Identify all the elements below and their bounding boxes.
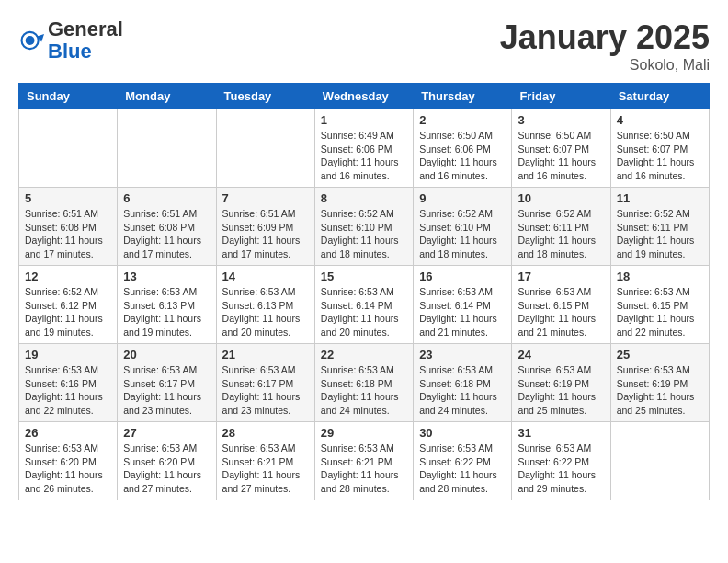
calendar-cell: 20Sunrise: 6:53 AM Sunset: 6:17 PM Dayli… [118, 344, 216, 422]
day-info: Sunrise: 6:53 AM Sunset: 6:21 PM Dayligh… [321, 442, 407, 496]
calendar-cell: 25Sunrise: 6:53 AM Sunset: 6:19 PM Dayli… [610, 344, 709, 422]
day-info: Sunrise: 6:53 AM Sunset: 6:17 PM Dayligh… [222, 363, 309, 418]
day-info: Sunrise: 6:53 AM Sunset: 6:21 PM Dayligh… [222, 442, 309, 496]
day-number: 3 [518, 113, 604, 127]
day-number: 8 [321, 191, 407, 205]
calendar-cell: 18Sunrise: 6:53 AM Sunset: 6:15 PM Dayli… [610, 266, 709, 344]
day-info: Sunrise: 6:51 AM Sunset: 6:08 PM Dayligh… [25, 207, 111, 261]
calendar-cell [216, 109, 314, 188]
calendar-cell: 1Sunrise: 6:49 AM Sunset: 6:06 PM Daylig… [314, 109, 413, 188]
day-info: Sunrise: 6:53 AM Sunset: 6:19 PM Dayligh… [617, 363, 703, 418]
day-info: Sunrise: 6:53 AM Sunset: 6:19 PM Dayligh… [518, 363, 604, 418]
weekday-header: Wednesday [314, 84, 413, 109]
weekday-header: Thursday [414, 84, 512, 109]
day-info: Sunrise: 6:53 AM Sunset: 6:22 PM Dayligh… [419, 442, 506, 496]
day-number: 4 [617, 113, 703, 127]
day-number: 22 [321, 348, 407, 362]
calendar-cell: 28Sunrise: 6:53 AM Sunset: 6:21 PM Dayli… [216, 422, 314, 500]
calendar-cell: 8Sunrise: 6:52 AM Sunset: 6:10 PM Daylig… [314, 188, 413, 266]
calendar-cell: 23Sunrise: 6:53 AM Sunset: 6:18 PM Dayli… [414, 344, 512, 422]
calendar-cell: 13Sunrise: 6:53 AM Sunset: 6:13 PM Dayli… [118, 266, 216, 344]
day-info: Sunrise: 6:53 AM Sunset: 6:18 PM Dayligh… [321, 363, 407, 418]
calendar-cell: 2Sunrise: 6:50 AM Sunset: 6:06 PM Daylig… [414, 109, 512, 188]
calendar-cell: 17Sunrise: 6:53 AM Sunset: 6:15 PM Dayli… [512, 266, 610, 344]
title-area: January 2025 Sokolo, Mali [500, 18, 710, 74]
day-info: Sunrise: 6:53 AM Sunset: 6:20 PM Dayligh… [123, 442, 210, 496]
day-number: 17 [518, 270, 604, 283]
day-number: 12 [25, 270, 111, 283]
day-info: Sunrise: 6:53 AM Sunset: 6:18 PM Dayligh… [419, 363, 506, 418]
day-number: 2 [419, 113, 506, 127]
day-info: Sunrise: 6:52 AM Sunset: 6:12 PM Dayligh… [25, 285, 111, 339]
calendar-cell: 30Sunrise: 6:53 AM Sunset: 6:22 PM Dayli… [414, 422, 512, 500]
day-number: 7 [222, 191, 309, 205]
calendar-cell: 16Sunrise: 6:53 AM Sunset: 6:14 PM Dayli… [414, 266, 512, 344]
calendar-cell: 26Sunrise: 6:53 AM Sunset: 6:20 PM Dayli… [19, 422, 118, 500]
day-info: Sunrise: 6:50 AM Sunset: 6:07 PM Dayligh… [617, 129, 703, 183]
day-number: 10 [518, 191, 604, 205]
day-number: 11 [617, 191, 703, 205]
calendar-cell: 15Sunrise: 6:53 AM Sunset: 6:14 PM Dayli… [314, 266, 413, 344]
day-number: 28 [222, 426, 309, 440]
logo-icon [18, 28, 44, 53]
day-info: Sunrise: 6:49 AM Sunset: 6:06 PM Dayligh… [321, 129, 407, 183]
day-number: 26 [25, 426, 111, 440]
weekday-header: Monday [118, 84, 216, 109]
day-info: Sunrise: 6:52 AM Sunset: 6:11 PM Dayligh… [617, 207, 703, 261]
day-number: 19 [25, 348, 111, 362]
day-info: Sunrise: 6:52 AM Sunset: 6:10 PM Dayligh… [321, 207, 407, 261]
calendar-table: SundayMondayTuesdayWednesdayThursdayFrid… [18, 83, 710, 500]
svg-point-1 [26, 36, 35, 45]
calendar-cell: 10Sunrise: 6:52 AM Sunset: 6:11 PM Dayli… [512, 188, 610, 266]
calendar-cell [118, 109, 216, 188]
calendar-week: 19Sunrise: 6:53 AM Sunset: 6:16 PM Dayli… [19, 344, 710, 422]
calendar-cell: 5Sunrise: 6:51 AM Sunset: 6:08 PM Daylig… [19, 188, 118, 266]
calendar-cell: 21Sunrise: 6:53 AM Sunset: 6:17 PM Dayli… [216, 344, 314, 422]
day-info: Sunrise: 6:51 AM Sunset: 6:08 PM Dayligh… [123, 207, 210, 261]
calendar-cell: 14Sunrise: 6:53 AM Sunset: 6:13 PM Dayli… [216, 266, 314, 344]
calendar-cell: 22Sunrise: 6:53 AM Sunset: 6:18 PM Dayli… [314, 344, 413, 422]
day-info: Sunrise: 6:53 AM Sunset: 6:22 PM Dayligh… [518, 442, 604, 496]
day-info: Sunrise: 6:50 AM Sunset: 6:07 PM Dayligh… [518, 129, 604, 183]
day-info: Sunrise: 6:51 AM Sunset: 6:09 PM Dayligh… [222, 207, 309, 261]
calendar-cell: 4Sunrise: 6:50 AM Sunset: 6:07 PM Daylig… [610, 109, 709, 188]
calendar-cell [19, 109, 118, 188]
calendar-cell: 19Sunrise: 6:53 AM Sunset: 6:16 PM Dayli… [19, 344, 118, 422]
calendar-cell [610, 422, 709, 500]
day-number: 16 [419, 270, 506, 283]
calendar-cell: 9Sunrise: 6:52 AM Sunset: 6:10 PM Daylig… [414, 188, 512, 266]
calendar-cell: 24Sunrise: 6:53 AM Sunset: 6:19 PM Dayli… [512, 344, 610, 422]
calendar-cell: 27Sunrise: 6:53 AM Sunset: 6:20 PM Dayli… [118, 422, 216, 500]
day-info: Sunrise: 6:53 AM Sunset: 6:15 PM Dayligh… [617, 285, 703, 339]
calendar-week: 12Sunrise: 6:52 AM Sunset: 6:12 PM Dayli… [19, 266, 710, 344]
logo-blue-text: Blue [48, 40, 92, 63]
day-info: Sunrise: 6:53 AM Sunset: 6:13 PM Dayligh… [222, 285, 309, 339]
calendar-week: 26Sunrise: 6:53 AM Sunset: 6:20 PM Dayli… [19, 422, 710, 500]
day-info: Sunrise: 6:53 AM Sunset: 6:16 PM Dayligh… [25, 363, 111, 418]
calendar-cell: 3Sunrise: 6:50 AM Sunset: 6:07 PM Daylig… [512, 109, 610, 188]
day-info: Sunrise: 6:52 AM Sunset: 6:11 PM Dayligh… [518, 207, 604, 261]
day-number: 13 [123, 270, 210, 283]
day-info: Sunrise: 6:53 AM Sunset: 6:17 PM Dayligh… [123, 363, 210, 418]
calendar-cell: 11Sunrise: 6:52 AM Sunset: 6:11 PM Dayli… [610, 188, 709, 266]
weekday-header: Saturday [610, 84, 709, 109]
page-header: General Blue January 2025 Sokolo, Mali [18, 18, 710, 74]
day-info: Sunrise: 6:50 AM Sunset: 6:06 PM Dayligh… [419, 129, 506, 183]
day-number: 20 [123, 348, 210, 362]
day-info: Sunrise: 6:53 AM Sunset: 6:20 PM Dayligh… [25, 442, 111, 496]
weekday-header: Friday [512, 84, 610, 109]
day-info: Sunrise: 6:52 AM Sunset: 6:10 PM Dayligh… [419, 207, 506, 261]
day-info: Sunrise: 6:53 AM Sunset: 6:15 PM Dayligh… [518, 285, 604, 339]
day-number: 21 [222, 348, 309, 362]
weekday-header: Tuesday [216, 84, 314, 109]
header-row: SundayMondayTuesdayWednesdayThursdayFrid… [19, 84, 710, 109]
day-number: 1 [321, 113, 407, 127]
weekday-header: Sunday [19, 84, 118, 109]
day-number: 25 [617, 348, 703, 362]
day-number: 5 [25, 191, 111, 205]
logo: General Blue [18, 18, 123, 63]
calendar-cell: 6Sunrise: 6:51 AM Sunset: 6:08 PM Daylig… [118, 188, 216, 266]
day-info: Sunrise: 6:53 AM Sunset: 6:13 PM Dayligh… [123, 285, 210, 339]
logo-general-text: General [48, 17, 123, 40]
day-number: 6 [123, 191, 210, 205]
